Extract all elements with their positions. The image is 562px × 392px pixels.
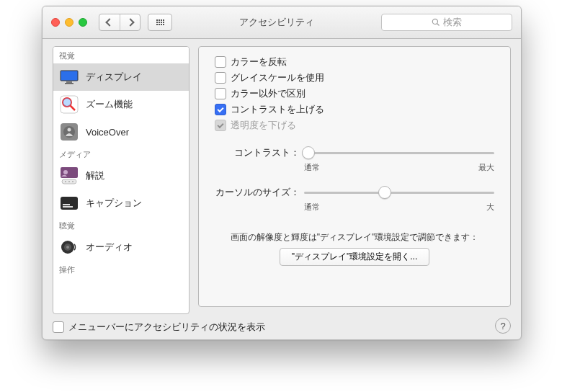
minimize-icon[interactable] (65, 18, 73, 27)
contrast-slider[interactable] (304, 146, 494, 159)
sidebar-section-vision: 視覚 (53, 47, 189, 63)
checkbox-label: コントラストを上げる (231, 103, 324, 116)
sidebar-item-captions[interactable]: キャプション (53, 190, 189, 217)
search-field[interactable]: 検索 (381, 14, 512, 31)
svg-point-9 (68, 128, 71, 132)
checkbox-icon[interactable] (215, 104, 226, 115)
sidebar-item-zoom[interactable]: ズーム機能 (53, 91, 189, 118)
nav-back-forward (99, 14, 140, 31)
search-placeholder: 検索 (443, 16, 462, 29)
checkbox-icon (215, 120, 226, 131)
svg-point-11 (63, 170, 68, 174)
svg-point-15 (72, 181, 73, 182)
slider-track (304, 152, 494, 154)
slider-min-label: 通常 (304, 162, 320, 173)
increase-contrast-row[interactable]: コントラストを上げる (215, 102, 494, 117)
prefs-window: アクセシビリティ 検索 視覚 ディスプレイ ズーム機能 (42, 6, 522, 340)
display-settings-panel: カラーを反転 グレイスケールを使用 カラー以外で区別 コントラストを上げる 透明… (198, 46, 511, 307)
svg-rect-1 (66, 81, 72, 83)
checkbox-icon[interactable] (53, 321, 64, 333)
window-body: 視覚 ディスプレイ ズーム機能 VoiceOver メディア (43, 39, 521, 314)
sidebar-item-descriptions[interactable]: 解説 (53, 162, 189, 190)
sidebar-item-label: オーディオ (86, 241, 133, 254)
forward-button[interactable] (120, 14, 140, 30)
contrast-slider-block: コントラスト： 通常 最大 (215, 146, 494, 173)
sidebar-item-label: ズーム機能 (86, 98, 133, 111)
open-displays-button[interactable]: "ディスプレイ"環境設定を開く... (280, 248, 430, 266)
sidebar-section-interaction: 操作 (53, 261, 189, 277)
sidebar-item-label: ディスプレイ (86, 71, 142, 84)
svg-point-13 (65, 181, 66, 182)
cursor-slider[interactable] (304, 186, 494, 199)
footer: メニューバーにアクセシビリティの状況を表示 (43, 314, 521, 340)
slider-max-label: 大 (486, 202, 494, 213)
checkbox-label: グレイスケールを使用 (231, 71, 324, 84)
reduce-transparency-row: 透明度を下げる (215, 117, 494, 133)
display-info-text: 画面の解像度と輝度は"ディスプレイ"環境設定で調節できます： (215, 231, 494, 244)
svg-rect-17 (63, 204, 70, 205)
svg-rect-0 (61, 71, 78, 81)
zoom-icon[interactable] (79, 18, 87, 27)
show-all-button[interactable] (148, 14, 172, 31)
sidebar-item-voiceover[interactable]: VoiceOver (53, 118, 189, 146)
checkbox-icon[interactable] (215, 72, 226, 84)
checkbox-icon[interactable] (215, 88, 226, 99)
sidebar-item-display[interactable]: ディスプレイ (53, 63, 189, 91)
slider-track (304, 192, 494, 194)
sidebar-item-label: VoiceOver (86, 127, 129, 138)
svg-point-6 (63, 98, 71, 107)
chevron-right-icon (126, 18, 134, 26)
descriptions-icon (59, 166, 79, 186)
sidebar-item-label: キャプション (86, 197, 142, 210)
svg-point-21 (66, 246, 69, 249)
checkbox-label: カラー以外で区別 (231, 87, 305, 100)
slider-thumb[interactable] (302, 146, 315, 159)
titlebar: アクセシビリティ 検索 (43, 6, 521, 39)
slider-thumb[interactable] (378, 186, 391, 199)
help-button[interactable]: ? (495, 318, 511, 334)
contrast-label: コントラスト： (215, 146, 304, 159)
chevron-left-icon (105, 18, 113, 26)
footer-checkbox-label: メニューバーにアクセシビリティの状況を表示 (68, 321, 265, 334)
checkbox-label: カラーを反転 (231, 55, 287, 68)
svg-rect-16 (61, 197, 78, 210)
svg-rect-2 (65, 83, 73, 84)
slider-min-label: 通常 (304, 202, 320, 213)
search-icon (432, 18, 440, 27)
display-icon (59, 67, 79, 87)
differentiate-row[interactable]: カラー以外で区別 (215, 86, 494, 102)
checkbox-label: 透明度を下げる (231, 119, 296, 132)
svg-rect-18 (63, 206, 73, 208)
close-icon[interactable] (51, 18, 60, 27)
captions-icon (59, 193, 79, 213)
back-button[interactable] (99, 14, 120, 30)
audio-icon (59, 237, 79, 257)
sidebar-section-media: メディア (53, 146, 189, 162)
slider-max-label: 最大 (478, 162, 494, 173)
checkbox-icon[interactable] (215, 56, 226, 68)
sidebar-section-hearing: 聴覚 (53, 217, 189, 233)
sidebar-item-label: 解説 (86, 169, 104, 182)
zoom-feature-icon (59, 94, 79, 115)
window-title: アクセシビリティ (179, 16, 374, 29)
sidebar: 視覚 ディスプレイ ズーム機能 VoiceOver メディア (53, 46, 189, 314)
voiceover-icon (59, 122, 79, 142)
cursor-slider-block: カーソルのサイズ： 通常 大 (215, 186, 494, 213)
grid-icon (156, 19, 164, 25)
invert-colors-row[interactable]: カラーを反転 (215, 54, 494, 70)
sidebar-item-audio[interactable]: オーディオ (53, 233, 189, 261)
content-area: カラーを反転 グレイスケールを使用 カラー以外で区別 コントラストを上げる 透明… (189, 39, 521, 314)
window-controls (51, 18, 87, 27)
svg-point-14 (68, 181, 70, 182)
use-grayscale-row[interactable]: グレイスケールを使用 (215, 70, 494, 86)
cursor-label: カーソルのサイズ： (215, 186, 304, 199)
